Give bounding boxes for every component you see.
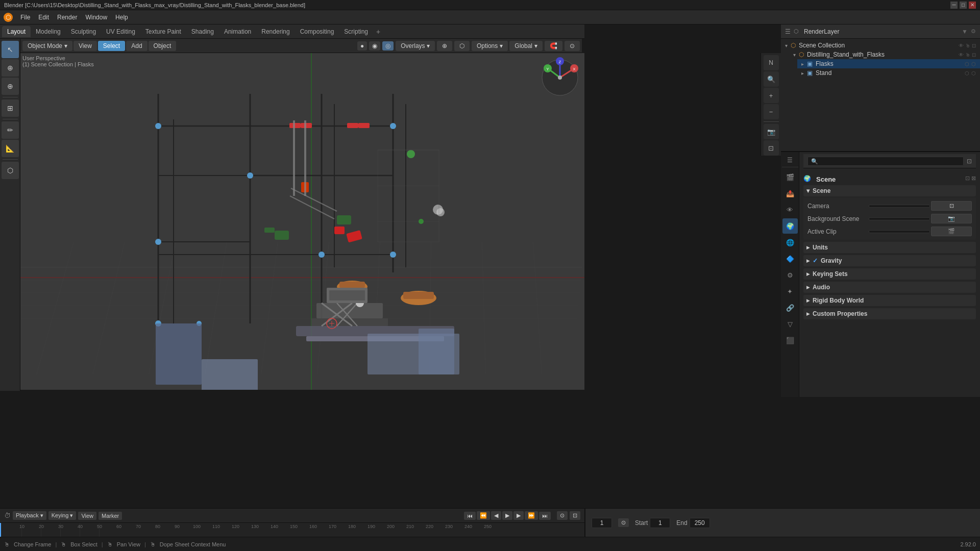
view-menu-button[interactable]: View xyxy=(74,41,97,51)
active-clip-pick-button[interactable]: 🎬 xyxy=(931,227,972,236)
viewport-shading-render[interactable]: ◎ xyxy=(382,41,394,51)
play-button[interactable]: ▶ xyxy=(502,511,512,520)
add-workspace-button[interactable]: + xyxy=(373,27,383,37)
add-menu-button[interactable]: Add xyxy=(126,41,147,51)
timeline-type-icon[interactable]: ⏱ xyxy=(4,512,11,519)
filter-right[interactable]: ▼ xyxy=(962,28,968,35)
navigation-gizmo[interactable]: X Y Z xyxy=(540,57,580,98)
close-button[interactable]: ✕ xyxy=(969,2,976,9)
outliner-item-stand[interactable]: ▸ ▣ Stand ⬡ ⬡ xyxy=(797,68,980,78)
tab-texture-paint[interactable]: Texture Paint xyxy=(140,26,186,37)
end-frame-input[interactable]: 250 xyxy=(690,518,710,528)
camera-view-button[interactable]: 📷 xyxy=(764,124,779,139)
camera-pick-button[interactable]: ⊡ xyxy=(931,201,972,211)
keying-sets-header[interactable]: ▸ Keying Sets xyxy=(803,268,976,280)
prop-icon-material[interactable]: ⬛ xyxy=(782,333,798,348)
zoom-out-minus[interactable]: − xyxy=(764,104,779,119)
stand-icon2[interactable]: ⬡ xyxy=(971,70,976,76)
rigid-body-header[interactable]: ▸ Rigid Body World xyxy=(803,295,976,306)
prop-icon-constraints[interactable]: 🔗 xyxy=(782,300,798,315)
measure-tool[interactable]: 📐 xyxy=(2,140,19,157)
prop-icon-object[interactable]: 🔷 xyxy=(782,251,798,266)
xray-toggle[interactable]: ⬡ xyxy=(454,41,470,51)
menu-window[interactable]: Window xyxy=(81,13,111,22)
sidebar-toggle-button[interactable]: N xyxy=(764,55,779,70)
move-tool[interactable]: ⊕ xyxy=(2,78,19,95)
outliner-item-scene-collection[interactable]: ▾ ⬡ Scene Collection 👁 🖱 ⊡ xyxy=(781,41,980,50)
object-menu-button[interactable]: Object xyxy=(149,41,177,51)
next-keyframe-button[interactable]: ▶ xyxy=(513,511,524,520)
stand-icon1[interactable]: ⬡ xyxy=(965,70,969,76)
select-menu-button[interactable]: Select xyxy=(98,41,125,51)
prev-keyframe-button[interactable]: ◀ xyxy=(491,511,501,520)
prop-icon-render[interactable]: 🎬 xyxy=(782,169,798,185)
jump-end-button[interactable]: ⏭ xyxy=(539,512,551,520)
sync-type-button[interactable]: ⊙ xyxy=(618,518,629,527)
blender-logo[interactable]: ⬡ xyxy=(2,11,14,23)
current-frame-input[interactable]: 1 xyxy=(592,518,612,528)
bg-scene-pick-button[interactable]: 📷 xyxy=(931,214,972,223)
jump-start-button[interactable]: ⏮ xyxy=(464,512,476,520)
viewport-shading-solid[interactable]: ● xyxy=(357,41,367,51)
viewport-overlay-button[interactable]: Overlays ▾ xyxy=(396,41,435,51)
tab-shading[interactable]: Shading xyxy=(186,26,219,37)
gravity-check[interactable]: ✓ xyxy=(813,257,818,264)
tab-scripting[interactable]: Scripting xyxy=(339,26,373,37)
flasks-icon2[interactable]: ⬡ xyxy=(971,61,976,67)
tab-rendering[interactable]: Rendering xyxy=(256,26,295,37)
sync-button[interactable]: ⊙ xyxy=(557,511,568,520)
zoom-in-button[interactable]: 🔍 xyxy=(764,71,779,87)
prop-icon-world[interactable]: 🌐 xyxy=(782,235,798,250)
proportional-edit-button[interactable]: ⊙ xyxy=(565,41,580,51)
units-header[interactable]: ▸ Units xyxy=(803,242,976,253)
viewport-gizmo-button[interactable]: ⊕ xyxy=(437,41,452,51)
viewport-shading-material[interactable]: ◉ xyxy=(369,41,380,51)
flasks-icon1[interactable]: ⬡ xyxy=(965,61,969,67)
audio-header[interactable]: ▸ Audio xyxy=(803,282,976,293)
camera-value[interactable] xyxy=(869,205,930,208)
tab-uv-editing[interactable]: UV Editing xyxy=(101,26,140,37)
viewport-3d[interactable]: User Perspective (1) Scene Collection | … xyxy=(20,53,584,390)
transform-tool[interactable]: ⊞ xyxy=(2,99,19,117)
timeline-track[interactable]: 10 20 30 40 50 60 70 80 90 100 110 120 1… xyxy=(0,523,584,537)
prop-icon-viewlayer[interactable]: 👁 xyxy=(782,202,798,217)
props-scene-expand[interactable]: ⊡ ⊠ xyxy=(965,175,976,182)
sync-icon-right[interactable]: ⚙ xyxy=(971,28,976,35)
filter-icon[interactable]: ⊡ xyxy=(967,158,972,165)
next-frame-button[interactable]: ⏩ xyxy=(525,511,538,520)
outliner-item-distilling[interactable]: ▾ ⬡ Distilling_Stand_with_Flasks 👁 🖱 ⊡ xyxy=(789,50,980,59)
prop-icon-scene[interactable]: 🌍 xyxy=(782,218,798,234)
tab-animation[interactable]: Animation xyxy=(219,26,256,37)
menu-help[interactable]: Help xyxy=(111,13,132,22)
prev-frame-button[interactable]: ⏪ xyxy=(477,511,490,520)
snap-button[interactable]: 🧲 xyxy=(545,41,562,51)
tab-compositing[interactable]: Compositing xyxy=(295,26,339,37)
marker-button[interactable]: Marker xyxy=(99,512,122,520)
prop-icon-output[interactable]: 📤 xyxy=(782,186,798,201)
custom-props-header[interactable]: ▸ Custom Properties xyxy=(803,308,976,319)
options-button-tl[interactable]: ⊡ xyxy=(570,511,580,520)
tab-layout[interactable]: Layout xyxy=(2,26,31,37)
playback-button[interactable]: Playback ▾ xyxy=(13,511,46,520)
menu-render[interactable]: Render xyxy=(53,13,81,22)
active-clip-value[interactable] xyxy=(869,230,930,233)
menu-edit[interactable]: Edit xyxy=(34,13,53,22)
start-frame-input[interactable]: 1 xyxy=(650,518,670,528)
prop-icon-modifiers[interactable]: ⚙ xyxy=(782,267,798,283)
object-mode-button[interactable]: Object Mode ▾ xyxy=(22,41,72,51)
scene-section-header[interactable]: ▾ Scene xyxy=(803,185,976,196)
global-transform-button[interactable]: Global ▾ xyxy=(509,41,543,51)
gravity-header[interactable]: ▸ ✓ Gravity xyxy=(803,255,976,266)
keying-button[interactable]: Keying ▾ xyxy=(48,511,77,520)
window-controls[interactable]: ─ □ ✕ xyxy=(950,2,976,9)
menu-file[interactable]: File xyxy=(16,13,34,22)
cursor-tool[interactable]: ⊕ xyxy=(2,59,19,77)
prop-icon-data[interactable]: ▽ xyxy=(782,316,798,332)
outliner-item-flasks[interactable]: ▸ ▣ Flasks ⬡ ⬡ xyxy=(797,59,980,68)
options-button[interactable]: Options ▾ xyxy=(472,41,508,51)
zoom-in-plus[interactable]: + xyxy=(764,88,779,103)
annotate-tool[interactable]: ✏ xyxy=(2,121,19,139)
prop-icon-particles[interactable]: ✦ xyxy=(782,284,798,299)
bg-scene-value[interactable] xyxy=(869,217,930,220)
minimize-button[interactable]: ─ xyxy=(950,2,958,9)
